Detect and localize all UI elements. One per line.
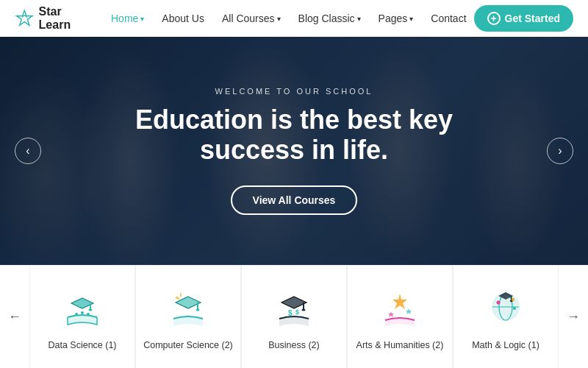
nav-item-about-us[interactable]: About Us bbox=[154, 8, 212, 29]
category-item-4[interactable]: Math & Logic (1) bbox=[453, 266, 559, 368]
nav-label: About Us bbox=[162, 13, 204, 24]
svg-text:$: $ bbox=[295, 308, 299, 316]
nav-item-home[interactable]: Home▾ bbox=[104, 8, 151, 29]
nav-label: Contact bbox=[431, 13, 466, 24]
logo-icon bbox=[15, 5, 35, 32]
view-all-courses-button[interactable]: View All Courses bbox=[231, 185, 358, 215]
categories-prev-button[interactable]: ← bbox=[0, 266, 29, 368]
svg-marker-21 bbox=[392, 294, 407, 309]
svg-marker-23 bbox=[406, 308, 412, 314]
category-label-2: Business (2) bbox=[268, 339, 319, 351]
category-item-3[interactable]: Arts & Humanities (2) bbox=[347, 266, 453, 368]
category-item-2[interactable]: $ $ Business (2) bbox=[241, 266, 347, 368]
svg-marker-22 bbox=[388, 311, 394, 317]
svg-point-4 bbox=[89, 309, 93, 311]
computer-science-icon bbox=[165, 285, 212, 332]
svg-point-32 bbox=[513, 307, 516, 310]
svg-text:$: $ bbox=[288, 309, 293, 317]
hero-next-button[interactable]: › bbox=[547, 138, 573, 164]
get-started-button[interactable]: + Get Started bbox=[474, 5, 573, 32]
category-items: Data Science (1) Computer Science (2) $ … bbox=[29, 266, 559, 368]
svg-rect-10 bbox=[197, 302, 198, 309]
nav-label: Blog Classic bbox=[298, 13, 355, 24]
nav-item-all-courses[interactable]: All Courses▾ bbox=[215, 8, 288, 29]
nav-item-contact[interactable]: Contact bbox=[423, 8, 473, 29]
svg-rect-3 bbox=[90, 303, 91, 309]
hero-subtitle: WELCOME TO OUR SCHOOL bbox=[215, 87, 373, 96]
chevron-down-icon: ▾ bbox=[140, 15, 144, 23]
cat-right-arrow-icon: → bbox=[567, 309, 580, 325]
get-started-label: Get Started bbox=[505, 13, 560, 24]
logo[interactable]: Star Learn bbox=[15, 5, 82, 32]
category-label-0: Data Science (1) bbox=[48, 339, 116, 351]
category-label-4: Math & Logic (1) bbox=[472, 339, 539, 351]
nav-label: Pages bbox=[379, 13, 408, 24]
svg-point-5 bbox=[75, 313, 78, 316]
svg-marker-15 bbox=[282, 297, 306, 308]
categories-section: ← Data Science (1) Computer Science (2) bbox=[0, 265, 588, 368]
chevron-down-icon: ▾ bbox=[357, 15, 361, 23]
navbar: Star Learn Home▾About UsAll Courses▾Blog… bbox=[0, 0, 588, 37]
svg-rect-17 bbox=[303, 302, 304, 309]
cat-left-arrow-icon: ← bbox=[8, 309, 21, 325]
svg-point-7 bbox=[87, 313, 90, 316]
categories-next-button[interactable]: → bbox=[559, 266, 588, 368]
svg-marker-0 bbox=[17, 10, 32, 25]
svg-point-30 bbox=[497, 301, 501, 305]
hero-content: WELCOME TO OUR SCHOOL Education is the b… bbox=[0, 37, 588, 265]
view-courses-label: View All Courses bbox=[253, 194, 336, 206]
nav-item-pages[interactable]: Pages▾ bbox=[371, 8, 421, 29]
svg-point-6 bbox=[81, 311, 84, 314]
business-icon: $ $ bbox=[270, 285, 318, 332]
category-label-1: Computer Science (2) bbox=[143, 339, 233, 351]
right-arrow-icon: › bbox=[558, 144, 562, 158]
category-label-3: Arts & Humanities (2) bbox=[356, 339, 444, 351]
plus-circle-icon: + bbox=[487, 12, 501, 25]
nav-label: Home bbox=[111, 13, 138, 24]
chevron-down-icon: ▾ bbox=[277, 15, 281, 23]
category-item-1[interactable]: Computer Science (2) bbox=[135, 266, 241, 368]
category-item-0[interactable]: Data Science (1) bbox=[29, 266, 135, 368]
brand-name: Star Learn bbox=[39, 5, 82, 32]
svg-marker-8 bbox=[176, 297, 201, 308]
svg-point-11 bbox=[196, 309, 200, 311]
hero-prev-button[interactable]: ‹ bbox=[15, 138, 41, 164]
svg-point-18 bbox=[302, 309, 306, 311]
arts-humanities-icon bbox=[376, 285, 423, 332]
nav-label: All Courses bbox=[222, 13, 275, 24]
chevron-down-icon: ▾ bbox=[409, 15, 413, 23]
hero-title: Education is the best key success in lif… bbox=[103, 105, 485, 166]
svg-point-31 bbox=[512, 298, 514, 301]
hero-section: ‹ WELCOME TO OUR SCHOOL Education is the… bbox=[0, 37, 588, 265]
nav-links: Home▾About UsAll Courses▾Blog Classic▾Pa… bbox=[104, 8, 474, 29]
math-logic-icon bbox=[482, 285, 529, 332]
nav-item-blog-classic[interactable]: Blog Classic▾ bbox=[291, 8, 368, 29]
data-science-icon bbox=[59, 285, 106, 332]
left-arrow-icon: ‹ bbox=[26, 144, 29, 158]
